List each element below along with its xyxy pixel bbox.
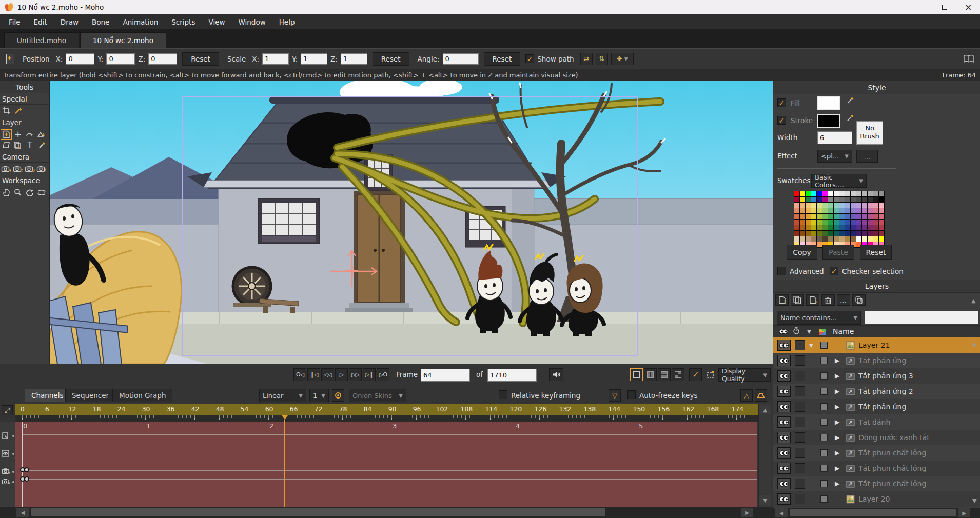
color-swatch[interactable] <box>800 208 805 213</box>
audio-mute-button[interactable] <box>549 368 563 381</box>
color-swatch[interactable] <box>839 236 845 242</box>
timeline-scroll-down-button[interactable]: ▼ <box>759 495 771 505</box>
color-swatch[interactable] <box>794 208 799 213</box>
color-swatch[interactable] <box>817 236 822 242</box>
color-swatch[interactable] <box>800 203 805 208</box>
onion-skins-dropdown[interactable]: Onion Skins▼ <box>349 389 406 402</box>
scale-y-input[interactable] <box>301 53 327 65</box>
color-swatch[interactable] <box>817 197 822 202</box>
total-frames-input[interactable] <box>487 369 537 382</box>
step-dropdown[interactable]: 1▼ <box>309 389 329 402</box>
layer-row[interactable]: ▶Tắt phun chất lỏng <box>773 445 980 461</box>
color-swatch[interactable] <box>794 231 799 236</box>
visibility-channel-icon[interactable] <box>2 450 10 459</box>
color-swatch[interactable] <box>806 191 811 196</box>
color-swatch[interactable] <box>862 231 867 236</box>
effect-more-button[interactable]: ... <box>856 150 878 163</box>
layer-mound-tool[interactable] <box>36 129 47 140</box>
layer-quality-box[interactable] <box>820 434 828 441</box>
color-swatch[interactable] <box>817 214 822 219</box>
color-swatch[interactable] <box>822 236 828 242</box>
color-swatch[interactable] <box>851 236 856 242</box>
interpolation-dropdown[interactable]: Linear▼ <box>259 389 306 402</box>
color-swatch[interactable] <box>828 220 833 225</box>
close-button[interactable]: × <box>956 0 980 14</box>
color-swatch[interactable] <box>817 191 822 196</box>
timeline-ruler[interactable]: 0612182430364248546066727884909610210811… <box>15 404 758 415</box>
layer-row[interactable]: ▶Tắt phản ứng 3 <box>773 368 980 384</box>
flip-vertical-button[interactable]: ⇅ <box>596 53 608 65</box>
color-swatch[interactable] <box>845 220 850 225</box>
group-collapse-arrow[interactable]: ▶ <box>835 403 839 410</box>
scale-x-input[interactable] <box>262 53 289 65</box>
color-swatch[interactable] <box>811 236 816 242</box>
color-swatch[interactable] <box>851 214 856 219</box>
group-collapse-arrow[interactable]: ▶ <box>835 357 839 364</box>
tab-current-document[interactable]: 10 Nổ wc 2.moho <box>80 32 166 48</box>
layer-visibility-toggle[interactable] <box>777 493 791 505</box>
color-swatch[interactable] <box>868 208 873 213</box>
layer-row[interactable]: ▶Tắt phun chất lỏng <box>773 476 980 491</box>
color-swatch[interactable] <box>851 197 856 202</box>
minimize-button[interactable]: — <box>909 0 933 14</box>
tab-sequencer[interactable]: Sequencer <box>65 389 115 402</box>
color-swatch[interactable] <box>845 236 850 242</box>
color-swatch[interactable] <box>828 225 833 230</box>
color-swatch[interactable] <box>873 220 878 225</box>
go-to-start-button[interactable]: ❙◁ <box>307 368 320 381</box>
timeline-collapse-button[interactable]: △ <box>740 389 753 402</box>
shear-layer-tool[interactable] <box>1 140 12 150</box>
color-swatch[interactable] <box>879 208 884 213</box>
color-swatch[interactable] <box>834 225 839 230</box>
color-swatch[interactable] <box>817 203 822 208</box>
display-quality-dropdown[interactable]: Display Quality▼ <box>718 368 771 382</box>
color-swatch[interactable] <box>873 197 878 202</box>
stroke-width-input[interactable] <box>817 131 852 144</box>
color-swatch[interactable] <box>862 197 867 202</box>
color-swatch[interactable] <box>822 214 828 219</box>
color-swatch[interactable] <box>817 208 822 213</box>
color-swatch[interactable] <box>845 203 850 208</box>
color-swatch[interactable] <box>851 231 856 236</box>
color-swatch[interactable] <box>817 242 822 247</box>
color-swatch[interactable] <box>839 208 845 213</box>
color-swatch[interactable] <box>851 220 856 225</box>
layer-animation-checkbox[interactable] <box>795 432 805 443</box>
color-swatch[interactable] <box>800 225 805 230</box>
group-collapse-arrow[interactable]: ▶ <box>835 388 839 395</box>
layers-scroll-right-button[interactable]: ▶ <box>958 508 970 517</box>
color-swatch[interactable] <box>828 197 833 202</box>
layer-visibility-toggle[interactable] <box>777 416 791 428</box>
color-swatch[interactable] <box>822 208 828 213</box>
color-swatch[interactable] <box>845 214 850 219</box>
color-swatch[interactable] <box>800 231 805 236</box>
color-swatch[interactable] <box>822 220 828 225</box>
crop-view-button[interactable] <box>704 368 717 381</box>
color-swatch[interactable] <box>806 231 811 236</box>
color-swatch[interactable] <box>794 220 799 225</box>
color-swatch[interactable] <box>873 236 878 242</box>
color-swatch[interactable] <box>862 203 867 208</box>
menu-bone[interactable]: Bone <box>85 18 116 26</box>
layer-filter-dropdown[interactable]: Name contains...▼ <box>777 311 861 325</box>
color-swatch[interactable] <box>879 225 884 230</box>
color-swatch[interactable] <box>868 220 873 225</box>
color-swatch[interactable] <box>868 236 873 242</box>
group-collapse-arrow[interactable]: ▶ <box>835 449 839 456</box>
scale-reset-button[interactable]: Reset <box>373 52 409 66</box>
color-swatch[interactable] <box>834 231 839 236</box>
color-swatch[interactable] <box>873 231 878 236</box>
color-swatch[interactable] <box>834 191 839 196</box>
color-swatch[interactable] <box>806 208 811 213</box>
color-swatch[interactable] <box>856 191 861 196</box>
timeline-expand-button[interactable] <box>755 389 767 402</box>
new-group-button[interactable]: → <box>806 294 819 306</box>
layer-visibility-toggle[interactable] <box>777 432 791 443</box>
color-swatch[interactable] <box>851 208 856 213</box>
color-swatch[interactable] <box>839 231 845 236</box>
color-swatch[interactable] <box>856 231 861 236</box>
color-swatch[interactable] <box>834 203 839 208</box>
menu-file[interactable]: File <box>2 18 27 26</box>
show-path-checkbox[interactable]: ✓ <box>525 54 534 63</box>
color-swatch[interactable] <box>839 225 845 230</box>
